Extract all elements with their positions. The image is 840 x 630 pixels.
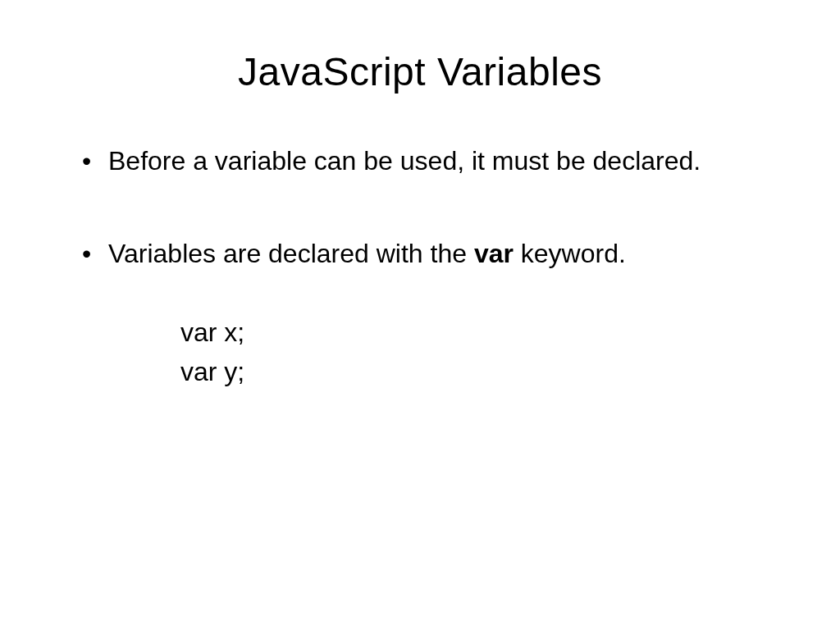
code-line: var x; — [180, 313, 783, 352]
slide-container: JavaScript Variables Before a variable c… — [0, 0, 840, 630]
slide-content: Before a variable can be used, it must b… — [57, 144, 783, 272]
slide-title: JavaScript Variables — [57, 49, 783, 94]
bullet-item: Variables are declared with the var keyw… — [82, 236, 783, 272]
bullet-text: Before a variable can be used, it must b… — [108, 146, 701, 176]
bullet-item: Before a variable can be used, it must b… — [82, 144, 783, 179]
code-line: var y; — [180, 352, 783, 391]
code-block: var x; var y; — [57, 313, 783, 391]
bullet-prefix: Variables are declared with the — [108, 239, 474, 268]
bullet-suffix: keyword. — [514, 239, 626, 268]
bullet-bold: var — [474, 239, 514, 268]
